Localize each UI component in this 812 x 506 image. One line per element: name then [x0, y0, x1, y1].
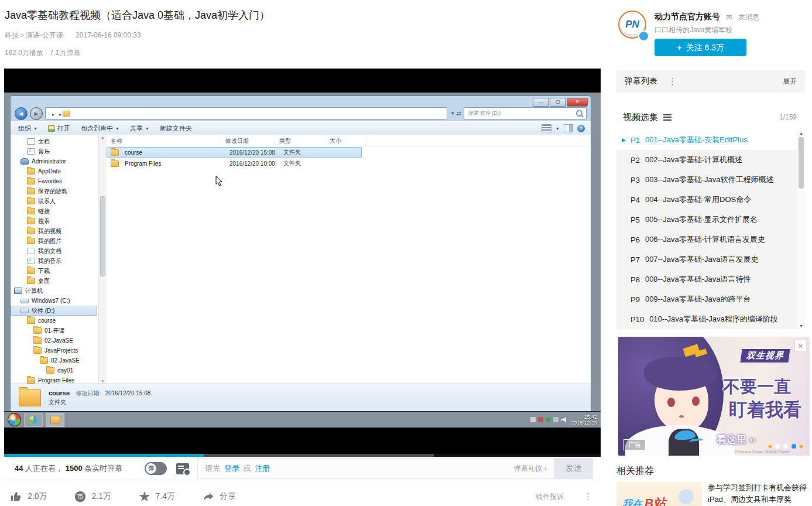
explorer-tree-item[interactable]: 计算机: [11, 286, 98, 296]
like-button[interactable]: 2.0万: [10, 490, 47, 503]
episode-item[interactable]: ▶ P5 005--Java零基础-显示文件扩展名: [616, 210, 797, 230]
refresh-icon[interactable]: ⇄: [457, 110, 461, 117]
maximize-icon[interactable]: ▢: [550, 98, 566, 107]
back-icon[interactable]: ◀: [15, 107, 28, 120]
explorer-tree-item[interactable]: 软件 (D:): [11, 306, 97, 316]
minimize-icon[interactable]: —: [533, 98, 549, 107]
address-crumb[interactable]: [49, 110, 54, 117]
explorer-tree-item[interactable]: 链接: [11, 206, 98, 216]
explorer-tree-item[interactable]: Favorites: [11, 176, 98, 186]
scroll-up-icon[interactable]: ▲: [797, 131, 805, 135]
follow-button[interactable]: +关注 6.3万: [655, 39, 746, 56]
address-crumb[interactable]: [56, 110, 61, 117]
column-date[interactable]: 修改日期: [221, 135, 275, 146]
share-button[interactable]: 分享: [202, 490, 236, 503]
explorer-tree-item[interactable]: 02-JavaSE: [11, 355, 98, 365]
taskbar-browser-button[interactable]: [24, 413, 43, 427]
explorer-tree-item[interactable]: Windows7 (C:): [11, 296, 98, 306]
tray-icon[interactable]: [553, 417, 559, 422]
carousel-dot[interactable]: [792, 444, 796, 449]
tree-scrollbar[interactable]: ▲ ▼: [98, 135, 107, 384]
file-row[interactable]: Program Files 2016/12/20 10:00 文件夹: [107, 158, 591, 169]
send-button[interactable]: 发送: [554, 458, 593, 479]
explorer-tree-item[interactable]: 桌面: [11, 276, 98, 286]
login-link[interactable]: 登录: [224, 464, 239, 473]
tray-icon[interactable]: [546, 417, 551, 422]
coin-button[interactable]: 币 2.1万: [74, 490, 111, 503]
scrollbar-thumb[interactable]: [799, 137, 804, 189]
subcategory-link[interactable]: 演讲·公开课: [26, 31, 63, 39]
explorer-tree-item[interactable]: Administrator: [11, 156, 98, 166]
send-message-link[interactable]: 发消息: [738, 12, 759, 22]
scroll-down-icon[interactable]: ▼: [99, 380, 107, 383]
explorer-tree-item[interactable]: 音乐: [11, 146, 98, 156]
report-link[interactable]: 稿件投诉: [536, 492, 564, 502]
episode-item[interactable]: ▶ P6 006--Java零基础-计算机语言发展史: [616, 230, 797, 249]
carousel-dot[interactable]: [775, 444, 780, 449]
forward-icon[interactable]: ▶: [30, 107, 43, 120]
player-progress-bar[interactable]: [4, 454, 601, 457]
tray-icon[interactable]: [530, 417, 536, 422]
danmaku-etiquette-link[interactable]: 弹幕礼仪: [514, 464, 547, 474]
scrollbar-thumb[interactable]: [100, 196, 105, 276]
list-icon[interactable]: [663, 114, 671, 121]
carousel-dot[interactable]: [783, 444, 788, 449]
explorer-tree-item[interactable]: 下载: [11, 266, 98, 276]
chevron-down-icon[interactable]: ▼: [556, 126, 560, 131]
help-icon[interactable]: ?: [577, 125, 585, 132]
episode-item[interactable]: ▶ P8 008--Java零基础-Java语言特性: [616, 269, 797, 289]
episode-item[interactable]: ▶ P9 009--Java零基础-Java的跨平台: [616, 289, 797, 309]
start-button-icon[interactable]: [8, 413, 21, 426]
explorer-tree-item[interactable]: 搜索: [11, 216, 98, 226]
video-player[interactable]: — ▢ ✕ ◀ ▶ ▼ ⇄ 搜索 软件 (D:): [4, 69, 601, 454]
explorer-tree-item[interactable]: 我的音乐: [11, 256, 98, 266]
episode-item[interactable]: ▶ P4 004--Java零基础-常用DOS命令: [616, 190, 797, 210]
expand-button[interactable]: 展开: [783, 77, 797, 87]
ad-close-icon[interactable]: ✕: [794, 340, 807, 352]
danmaku-input[interactable]: 请先 登录 或 注册 弹幕礼仪: [197, 458, 554, 479]
explorer-tree-item[interactable]: Program Files: [11, 375, 98, 384]
taskbar-clock[interactable]: 15:42 2016/12/20: [571, 414, 597, 426]
column-type[interactable]: 类型: [275, 135, 326, 146]
danmaku-toggle[interactable]: 弹: [145, 462, 167, 475]
related-item[interactable]: 我在 B站 参与学习签到打卡有机会获得iPad、周边文具和丰厚奖: [616, 482, 810, 506]
column-name[interactable]: 名称: [107, 135, 221, 146]
volume-icon[interactable]: [561, 417, 566, 422]
scroll-up-icon[interactable]: ▲: [99, 136, 107, 139]
favorite-button[interactable]: ★ 7.4万: [138, 490, 175, 503]
ad-banner[interactable]: 双生视界 不要一直 盯着我看 看这里 广告 ✕ ©Seasun Game ©bi…: [618, 337, 810, 456]
explorer-tree-item[interactable]: course: [11, 316, 98, 326]
episode-item[interactable]: ▶ P10 010--Java零基础-Java程序的编译阶段: [616, 309, 797, 329]
toolbar-button[interactable]: 新建文件夹▼: [155, 124, 197, 133]
explorer-tree-item[interactable]: 02-JavaSE: [11, 336, 98, 346]
more-options-icon[interactable]: ⋮: [584, 491, 592, 502]
ad-cta[interactable]: 看这里: [717, 433, 756, 446]
playlist-scrollbar[interactable]: ▲ ▼: [797, 130, 805, 329]
list-view-icon[interactable]: [542, 124, 551, 132]
taskbar-explorer-button[interactable]: [46, 413, 64, 427]
explorer-tree-item[interactable]: AppData: [11, 166, 98, 176]
explorer-tree-item[interactable]: 01-开课: [11, 326, 98, 336]
toolbar-button[interactable]: 共享▼: [125, 124, 155, 133]
danmaku-list-menu-icon[interactable]: ⋮: [668, 76, 677, 87]
toolbar-button[interactable]: 组织▼: [13, 124, 43, 133]
file-row[interactable]: course 2016/12/20 15:08 文件夹: [107, 147, 362, 158]
column-size[interactable]: 大小: [326, 135, 366, 146]
explorer-search[interactable]: 搜索 软件 (D:): [464, 107, 587, 119]
explorer-tree-item[interactable]: 我的图片: [11, 236, 98, 246]
explorer-tree-item[interactable]: 文档: [11, 136, 98, 146]
explorer-tree-item[interactable]: 联系人: [11, 196, 98, 206]
tray-icon[interactable]: [538, 417, 543, 422]
toolbar-button[interactable]: 打开▼: [43, 124, 76, 133]
explorer-tree-item[interactable]: day01: [11, 365, 98, 375]
episode-item[interactable]: ▶ P3 003--Java零基础-Java软件工程师概述: [616, 170, 797, 190]
register-link[interactable]: 注册: [255, 464, 270, 473]
scroll-down-icon[interactable]: ▼: [797, 324, 805, 328]
explorer-tree-item[interactable]: 保存的游戏: [11, 186, 98, 196]
related-thumbnail[interactable]: 我在 B站: [616, 482, 702, 506]
uploader-name[interactable]: 动力节点官方账号: [655, 12, 720, 22]
danmaku-settings-icon[interactable]: [176, 463, 189, 474]
preview-pane-icon[interactable]: [564, 124, 573, 132]
category-link[interactable]: 科技: [5, 31, 19, 39]
episode-item[interactable]: ▶ P2 002--Java零基础-计算机概述: [616, 150, 797, 170]
